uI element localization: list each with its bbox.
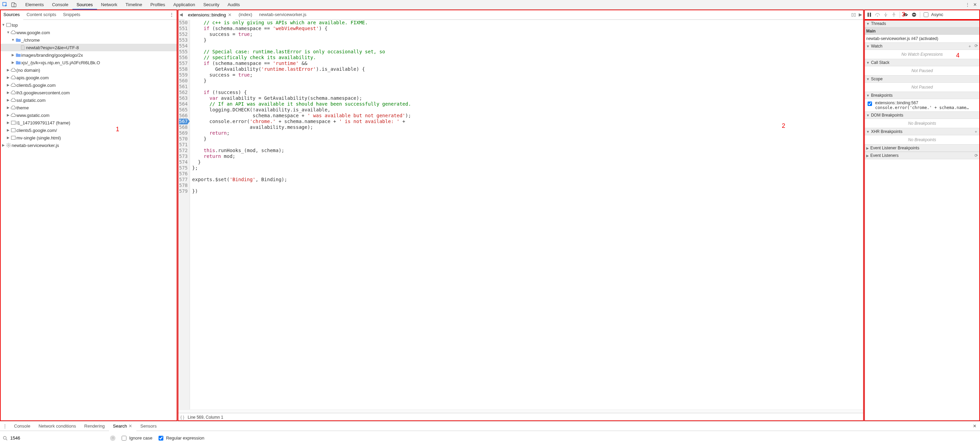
code-line[interactable]: var availability = GetAvailability(schem… [192, 95, 411, 101]
main-tab-network[interactable]: Network [97, 0, 122, 10]
code-line[interactable] [192, 43, 411, 49]
main-tab-application[interactable]: Application [169, 0, 199, 10]
gutter-line[interactable]: 553 [179, 37, 188, 43]
event-listener-breakpoints-header[interactable]: ▶Event Listener Breakpoints [864, 144, 980, 152]
tree-item[interactable]: ▶apis.google.com [0, 74, 177, 81]
gutter-line[interactable]: 562 [179, 89, 188, 95]
code-line[interactable]: success = true; [192, 32, 411, 37]
gutter-line[interactable]: 579 [179, 188, 188, 194]
step-out-icon[interactable] [890, 11, 898, 18]
gutter-line[interactable]: 551 [179, 26, 188, 32]
code-line[interactable] [192, 84, 411, 89]
gutter-line[interactable]: 561 [179, 84, 188, 89]
pause-icon[interactable] [865, 11, 873, 18]
ignore-case-checkbox[interactable]: Ignore case [120, 435, 153, 442]
breakpoints-header[interactable]: ▼Breakpoints [864, 92, 980, 99]
gutter-line[interactable]: 550 [179, 20, 188, 26]
tree-item[interactable]: ▶newtab-serviceworker.js [0, 142, 177, 149]
tree-item[interactable]: ▶lh3.googleusercontent.com [0, 89, 177, 96]
code-line[interactable]: availability.message); [192, 124, 411, 130]
toggle-device-toolbar-icon[interactable] [10, 1, 18, 8]
dom-breakpoints-header[interactable]: ▼DOM Breakpoints [864, 112, 980, 119]
breakpoint-item[interactable]: extensions::binding:567 console.error('c… [864, 99, 980, 112]
pause-on-exceptions-icon[interactable] [910, 11, 918, 18]
code-line[interactable]: // c++ is only giving us APIs which are … [192, 20, 411, 26]
code-line[interactable]: return; [192, 130, 411, 136]
thread-main[interactable]: Main [864, 27, 980, 35]
tree-item[interactable]: ▼_/chrome [0, 36, 177, 44]
watch-refresh-icon[interactable]: ⟳ [975, 43, 978, 49]
drawer-tab-rendering[interactable]: Rendering [80, 421, 109, 431]
code-line[interactable]: return mod; [192, 153, 411, 159]
tree-item[interactable]: ▶xjs/_/js/k=xjs.ntp.en_US.jA0FcRl6LBk.O [0, 59, 177, 66]
code-line[interactable]: // specifically check its availability. [192, 55, 411, 61]
nav-back-icon[interactable]: ◀ [178, 12, 185, 17]
tree-item[interactable]: ▶clients5.google.com [0, 81, 177, 89]
gutter-line[interactable]: 574 [179, 159, 188, 165]
main-tab-profiles[interactable]: Profiles [146, 0, 169, 10]
code-line[interactable]: // If an API was available it should hav… [192, 101, 411, 107]
code-line[interactable]: console.error('chrome.' + schema.namespa… [192, 119, 411, 124]
tree-item[interactable]: ▼www.google.com [0, 29, 177, 36]
gutter-line[interactable]: 560 [179, 78, 188, 84]
drawer-close-icon[interactable]: ✕ [969, 423, 980, 429]
main-tab-sources[interactable]: Sources [72, 0, 97, 10]
close-drawer-tab-icon[interactable]: ✕ [129, 423, 132, 429]
close-tab-icon[interactable]: ✕ [228, 12, 232, 18]
regex-checkbox[interactable]: Regular expression [157, 435, 204, 442]
code-line[interactable]: if (schema.namespace == 'webViewRequest'… [192, 26, 411, 32]
code-line[interactable]: success = true; [192, 72, 411, 78]
file-tab[interactable]: extensions::binding✕ [185, 10, 235, 20]
scope-header[interactable]: ▼Scope [864, 75, 980, 83]
search-input[interactable] [10, 435, 108, 441]
async-checkbox[interactable]: Async [922, 11, 943, 18]
tree-item[interactable]: ▶www.gstatic.com [0, 112, 177, 119]
clear-search-icon[interactable]: ✕ [110, 435, 116, 441]
code-line[interactable] [192, 142, 411, 148]
code-line[interactable]: } [192, 159, 411, 165]
code-line[interactable]: }) [192, 188, 411, 194]
gutter-line[interactable]: 577 [179, 177, 188, 182]
editor-horizontal-scrollbar[interactable] [178, 410, 864, 413]
gutter-line[interactable]: 571 [179, 142, 188, 148]
xhr-add-icon[interactable]: ＋ [974, 129, 978, 135]
main-tab-timeline[interactable]: Timeline [121, 0, 146, 10]
drawer-tab-search[interactable]: Search✕ [109, 421, 136, 431]
gutter-line[interactable]: 575 [179, 165, 188, 171]
code-line[interactable]: this.runHooks_(mod, schema); [192, 148, 411, 153]
gutter-line[interactable]: 578 [179, 182, 188, 188]
tree-item[interactable]: ▶(no domain) [0, 66, 177, 74]
gutter-line[interactable]: 566 [179, 113, 188, 119]
gutter-line[interactable]: 567 [179, 119, 188, 124]
file-tab[interactable]: newtab-serviceworker.js [256, 10, 310, 20]
xhr-breakpoints-header[interactable]: ▼XHR Breakpoints ＋ [864, 128, 980, 136]
gutter-line[interactable]: 559 [179, 72, 188, 78]
drawer-tab-network-conditions[interactable]: Network conditions [35, 421, 80, 431]
gutter-line[interactable]: 563 [179, 95, 188, 101]
tree-item[interactable]: ▶mv-single (single.html) [0, 134, 177, 142]
navigator-tab-content-scripts[interactable]: Content scripts [23, 10, 60, 20]
drawer-more-icon[interactable]: ⋮ [0, 423, 10, 429]
main-tab-security[interactable]: Security [199, 0, 223, 10]
nav-forward-icon[interactable]: ▶ [857, 12, 864, 17]
search-field[interactable]: ✕ [3, 435, 116, 441]
navigator-tab-snippets[interactable]: Snippets [59, 10, 84, 20]
code-line[interactable] [192, 171, 411, 177]
code-line[interactable]: } [192, 78, 411, 84]
tree-item[interactable]: ▼top [0, 21, 177, 29]
code-line[interactable]: if (schema.namespace == 'runtime' && [192, 61, 411, 66]
code-line[interactable]: if (!success) { [192, 89, 411, 95]
threads-header[interactable]: ▼Threads [864, 20, 980, 27]
code-line[interactable]: exports.$set('Binding', Binding); [192, 177, 411, 182]
tree-item[interactable]: ▶theme [0, 104, 177, 112]
gutter-line[interactable]: 556 [179, 55, 188, 61]
gutter-line[interactable]: 573 [179, 153, 188, 159]
gutter-line[interactable]: 558 [179, 66, 188, 72]
gutter-line[interactable]: 568 [179, 124, 188, 130]
code-line[interactable]: } [192, 136, 411, 142]
watch-header[interactable]: ▼Watch ＋⟳ [864, 42, 980, 50]
gutter-line[interactable]: 557 [179, 61, 188, 66]
main-tab-elements[interactable]: Elements [21, 0, 48, 10]
code-line[interactable]: GetAvailability('runtime.lastError').is_… [192, 66, 411, 72]
gutter-line[interactable]: 569 [179, 130, 188, 136]
